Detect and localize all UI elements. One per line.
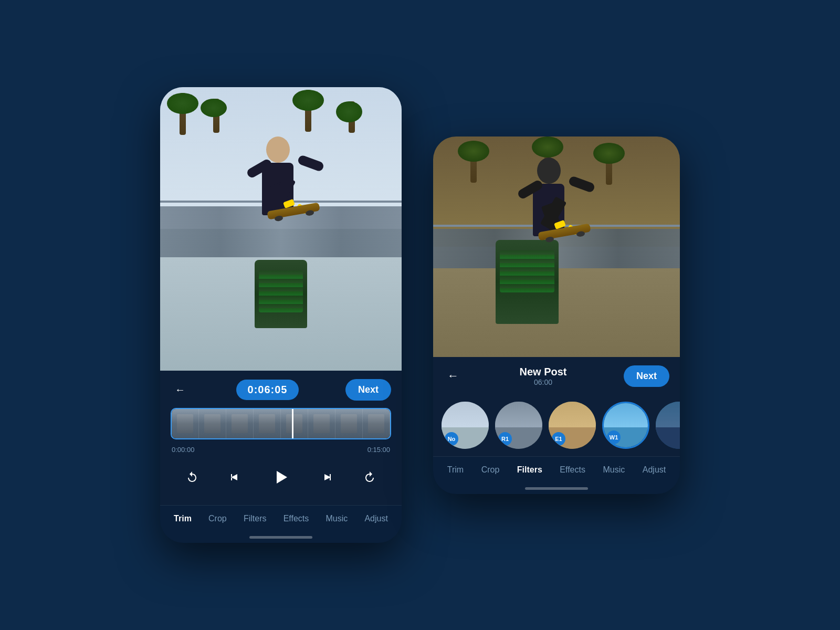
tab-effects-left[interactable]: Effects <box>279 512 313 526</box>
palm-tree-r3 <box>606 143 612 185</box>
header-title: New Post <box>519 366 566 378</box>
mini-sky-more <box>656 402 680 430</box>
timeline-end: 0:15:00 <box>368 446 390 454</box>
frame-5 <box>281 409 308 438</box>
palm-leaves-r3 <box>593 143 625 164</box>
skater-scene-right <box>433 136 680 357</box>
skater-body-right <box>533 184 564 236</box>
mini-ground-more <box>656 427 680 449</box>
barrel-right <box>496 240 559 324</box>
phone-header: ← New Post 06:00 Next <box>433 357 680 394</box>
back-button[interactable]: ← <box>171 381 190 400</box>
filter-badge-no: No <box>445 432 458 446</box>
rewind-button[interactable] <box>225 467 246 488</box>
skip-back-button[interactable] <box>182 467 203 488</box>
frame-7 <box>335 409 363 438</box>
palm-tree-2 <box>213 99 219 133</box>
filter-more[interactable] <box>656 402 680 449</box>
mini-sky-r1 <box>495 402 542 430</box>
timeline-frames <box>172 409 390 438</box>
back-arrow-icon: ← <box>175 384 185 396</box>
skater-head <box>266 136 290 163</box>
filter-badge-w1: W1 <box>607 430 621 444</box>
mini-sky-e1 <box>549 402 596 430</box>
next-button-left[interactable]: Next <box>345 379 391 401</box>
filter-more-scene <box>656 402 680 449</box>
palm-tree-r1 <box>470 141 477 183</box>
skater-arm-right <box>297 154 324 172</box>
frame-2 <box>199 409 226 438</box>
tab-trim-right[interactable]: Trim <box>443 463 468 477</box>
playhead[interactable] <box>292 408 293 439</box>
tab-filters-left[interactable]: Filters <box>239 512 271 526</box>
skater-figure <box>251 116 325 231</box>
filter-row: No R1 E1 W1 <box>433 394 680 456</box>
tab-music-left[interactable]: Music <box>321 512 352 526</box>
header-back-button[interactable]: ← <box>444 369 463 383</box>
tab-music-right[interactable]: Music <box>598 463 629 477</box>
filter-no[interactable]: No <box>442 402 489 449</box>
palm-leaves-1 <box>167 93 198 114</box>
bottom-tabs-left: Trim Crop Filters Effects Music Adjust <box>160 505 402 536</box>
frame-3 <box>226 409 254 438</box>
skater-scene-left <box>160 87 402 371</box>
skater-head-right <box>537 158 561 184</box>
play-button[interactable] <box>268 464 294 490</box>
frame-1 <box>172 409 199 438</box>
palm-leaves-2 <box>201 99 227 117</box>
frame-4 <box>254 409 281 438</box>
tab-trim-left[interactable]: Trim <box>170 512 196 526</box>
palm-leaves-r1 <box>458 141 489 162</box>
frame-8 <box>363 409 390 438</box>
barrel <box>255 260 307 328</box>
header-title-wrap: New Post 06:00 <box>519 366 566 386</box>
controls-area-left: ← 0:06:05 Next 0:00 <box>160 371 402 505</box>
filter-r1[interactable]: R1 <box>495 402 542 449</box>
home-indicator-right <box>525 487 588 490</box>
timeline-track[interactable] <box>171 408 391 439</box>
skip-forward-button[interactable] <box>359 467 380 488</box>
video-preview-left <box>160 87 402 371</box>
tab-crop-right[interactable]: Crop <box>477 463 504 477</box>
video-preview-right <box>433 136 680 357</box>
header-subtitle: 06:00 <box>519 378 566 386</box>
left-phone: ← 0:06:05 Next 0:00 <box>160 87 402 543</box>
tab-adjust-left[interactable]: Adjust <box>360 512 392 526</box>
palm-tree-1 <box>180 93 186 135</box>
playback-controls <box>171 460 391 499</box>
palm-tree-4 <box>349 101 355 133</box>
tab-filters-right[interactable]: Filters <box>513 463 547 477</box>
palm-leaves-4 <box>336 101 362 122</box>
home-indicator-left <box>249 536 312 539</box>
tab-effects-right[interactable]: Effects <box>555 463 590 477</box>
frame-6 <box>308 409 335 438</box>
tab-crop-left[interactable]: Crop <box>204 512 231 526</box>
skater-arm-right-right <box>568 175 595 193</box>
filter-badge-r1: R1 <box>498 432 512 446</box>
right-phone: ← New Post 06:00 Next No R1 <box>433 136 680 494</box>
fast-forward-button[interactable] <box>316 467 337 488</box>
filter-e1[interactable]: E1 <box>549 402 596 449</box>
skater-figure-right <box>522 136 596 252</box>
mini-sky-w1 <box>604 403 648 429</box>
tab-adjust-right[interactable]: Adjust <box>638 463 670 477</box>
svg-marker-0 <box>277 471 287 484</box>
timeline-start: 0:00:00 <box>172 446 194 454</box>
time-row: ← 0:06:05 Next <box>171 379 391 401</box>
mini-sky-no <box>442 402 489 430</box>
timeline-container[interactable] <box>171 408 391 439</box>
timeline-times: 0:00:00 0:15:00 <box>171 444 391 456</box>
bottom-tabs-right: Trim Crop Filters Effects Music Adjust <box>433 456 680 487</box>
filter-w1[interactable]: W1 <box>602 402 649 449</box>
next-button-right[interactable]: Next <box>624 365 669 387</box>
filter-badge-e1: E1 <box>552 432 565 446</box>
skater-body <box>262 163 293 215</box>
time-display[interactable]: 0:06:05 <box>236 380 299 400</box>
